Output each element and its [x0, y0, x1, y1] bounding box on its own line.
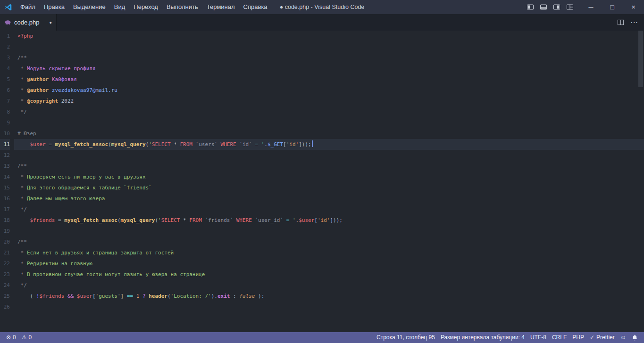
- line-number-18[interactable]: 18: [0, 215, 10, 226]
- status-errors[interactable]: ⊗0: [3, 332, 19, 343]
- code-line-1[interactable]: <?php: [14, 31, 644, 41]
- line-number-24[interactable]: 24: [0, 280, 10, 291]
- code-line-9[interactable]: [14, 117, 644, 128]
- code-line-21[interactable]: * Если нет в друзьях и страница закрыта …: [14, 247, 644, 258]
- vscode-window: ФайлПравкаВыделениеВидПереходВыполнитьТе…: [0, 0, 644, 343]
- line-number-16[interactable]: 16: [0, 193, 10, 204]
- code-line-22[interactable]: * Редиректим на главную: [14, 258, 644, 269]
- code-line-10[interactable]: # Юзер: [14, 128, 644, 139]
- status-language-mode[interactable]: PHP: [569, 332, 587, 343]
- scrollbar-thumb[interactable]: [638, 31, 643, 87]
- tab-bar: code.php ● ⋯: [0, 14, 644, 31]
- line-number-26[interactable]: 26: [0, 302, 10, 312]
- title-bar: ФайлПравкаВыделениеВидПереходВыполнитьТе…: [0, 0, 644, 14]
- code-line-11[interactable]: $user = mysql_fetch_assoc(mysql_query('S…: [14, 139, 644, 150]
- code-line-12[interactable]: [14, 150, 644, 161]
- code-line-4[interactable]: * Модуль скрытие профиля: [14, 63, 644, 74]
- line-number-14[interactable]: 14: [0, 172, 10, 182]
- line-number-4[interactable]: 4: [0, 63, 10, 74]
- gutter: 1234567891011121314151617181920212223242…: [0, 31, 14, 332]
- status-feedback[interactable]: ☺: [618, 332, 629, 343]
- minimize-button[interactable]: ─: [580, 0, 602, 14]
- split-editor-icon[interactable]: [617, 19, 624, 26]
- statusbar-right-items: Строка 11, столбец 95Размер интервала та…: [374, 332, 618, 343]
- code-line-25[interactable]: ( !$friends && $user['guests'] == 1 ? he…: [14, 291, 644, 302]
- code-line-6[interactable]: * @author zvezdakovaa97@mail.ru: [14, 85, 644, 96]
- code-line-7[interactable]: * @copyright 2022: [14, 96, 644, 106]
- code-line-26[interactable]: [14, 302, 644, 312]
- menu-item-run[interactable]: Выполнить: [162, 0, 202, 14]
- maximize-button[interactable]: □: [602, 0, 623, 14]
- status-notifications[interactable]: [629, 332, 641, 343]
- line-number-21[interactable]: 21: [0, 247, 10, 258]
- status-eol[interactable]: CRLF: [549, 332, 569, 343]
- line-number-2[interactable]: 2: [0, 41, 10, 52]
- line-number-12[interactable]: 12: [0, 150, 10, 161]
- code-line-19[interactable]: [14, 226, 644, 237]
- line-number-8[interactable]: 8: [0, 106, 10, 117]
- code-line-20[interactable]: /**: [14, 237, 644, 247]
- line-number-20[interactable]: 20: [0, 237, 10, 247]
- code-line-5[interactable]: * @author Кайфовая: [14, 74, 644, 85]
- line-number-7[interactable]: 7: [0, 96, 10, 106]
- line-number-15[interactable]: 15: [0, 182, 10, 193]
- line-number-6[interactable]: 6: [0, 85, 10, 96]
- line-number-19[interactable]: 19: [0, 226, 10, 237]
- menu-item-terminal[interactable]: Терминал: [202, 0, 239, 14]
- line-number-25[interactable]: 25: [0, 291, 10, 302]
- menu-item-file[interactable]: Файл: [16, 0, 40, 14]
- code-line-24[interactable]: */: [14, 280, 644, 291]
- code-line-3[interactable]: /**: [14, 52, 644, 63]
- code-line-13[interactable]: /**: [14, 161, 644, 172]
- code-line-16[interactable]: * Далее мы ищем этого юзера: [14, 193, 644, 204]
- menu-item-go[interactable]: Переход: [129, 0, 162, 14]
- close-button[interactable]: ×: [623, 0, 644, 14]
- tab-code-php[interactable]: code.php ●: [0, 14, 57, 31]
- menu-item-edit[interactable]: Правка: [40, 0, 69, 14]
- menu-item-view[interactable]: Вид: [110, 0, 130, 14]
- code-line-2[interactable]: [14, 41, 644, 52]
- code-line-23[interactable]: * В противном случае гости могут лазить …: [14, 269, 644, 280]
- code-line-18[interactable]: $friends = mysql_fetch_assoc(mysql_query…: [14, 215, 644, 226]
- layout-controls: [524, 0, 577, 14]
- more-actions-icon[interactable]: ⋯: [630, 19, 638, 26]
- status-label: 0: [29, 332, 32, 343]
- line-number-11[interactable]: 11: [0, 139, 10, 150]
- editor-scrollbar[interactable]: [637, 31, 644, 332]
- code-line-15[interactable]: * Для этого обращаемся к таблице `friend…: [14, 182, 644, 193]
- status-label: PHP: [572, 332, 584, 343]
- line-number-1[interactable]: 1: [0, 31, 10, 41]
- line-number-22[interactable]: 22: [0, 258, 10, 269]
- php-file-icon: [4, 19, 11, 26]
- status-bar: ⊗0⚠0 Строка 11, столбец 95Размер интерва…: [0, 332, 644, 343]
- status-formatter[interactable]: ✓Prettier: [587, 332, 618, 343]
- check-icon: ✓: [590, 332, 594, 343]
- menu-item-selection[interactable]: Выделение: [69, 0, 110, 14]
- status-label: Размер интервала табуляции: 4: [441, 332, 525, 343]
- line-number-10[interactable]: 10: [0, 128, 10, 139]
- line-number-9[interactable]: 9: [0, 117, 10, 128]
- feedback-icon: ☺: [620, 332, 626, 343]
- code-area[interactable]: <?php/** * Модуль скрытие профиля * @aut…: [14, 31, 644, 332]
- line-number-13[interactable]: 13: [0, 161, 10, 172]
- code-line-14[interactable]: * Проверяем есть ли юзер у вас в друзьях: [14, 172, 644, 182]
- modified-dot-icon[interactable]: ●: [50, 20, 52, 25]
- status-encoding[interactable]: UTF-8: [527, 332, 549, 343]
- toggle-secondary-sidebar-icon[interactable]: [550, 0, 563, 14]
- line-number-3[interactable]: 3: [0, 52, 10, 63]
- line-number-23[interactable]: 23: [0, 269, 10, 280]
- bell-icon: [632, 335, 638, 341]
- vscode-logo-icon[interactable]: [0, 0, 16, 14]
- line-number-5[interactable]: 5: [0, 74, 10, 85]
- status-cursor-position[interactable]: Строка 11, столбец 95: [374, 332, 438, 343]
- status-warnings[interactable]: ⚠0: [19, 332, 34, 343]
- toggle-primary-sidebar-icon[interactable]: [524, 0, 537, 14]
- error-icon: ⊗: [6, 332, 11, 343]
- line-number-17[interactable]: 17: [0, 204, 10, 215]
- menu-item-help[interactable]: Справка: [239, 0, 272, 14]
- code-line-17[interactable]: */: [14, 204, 644, 215]
- code-line-8[interactable]: */: [14, 106, 644, 117]
- customize-layout-icon[interactable]: [563, 0, 577, 14]
- toggle-panel-icon[interactable]: [537, 0, 550, 14]
- status-indentation[interactable]: Размер интервала табуляции: 4: [438, 332, 527, 343]
